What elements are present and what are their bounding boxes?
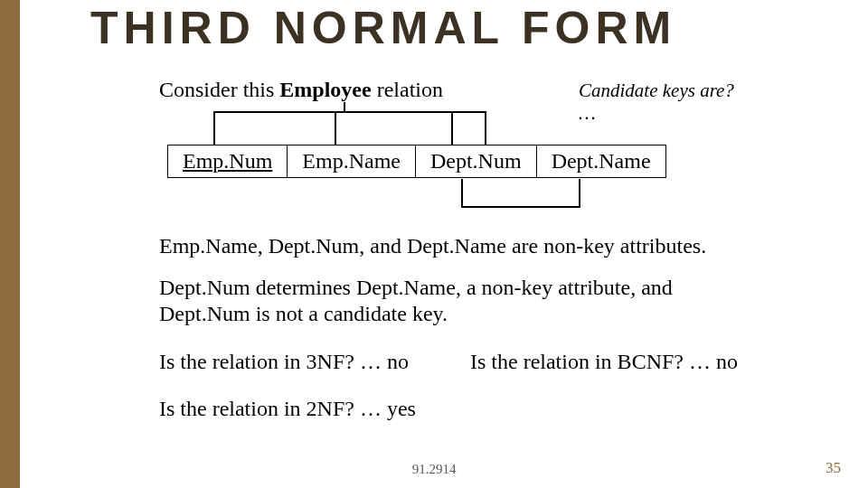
fd-bottom-left: [461, 179, 463, 206]
col-deptname: Dept.Name: [536, 145, 665, 178]
fd-bottom-right: [579, 179, 580, 208]
q-3nf: Is the relation in 3NF? … no: [159, 349, 409, 375]
intro-prefix: Consider this: [159, 78, 279, 101]
determines-line: Dept.Num determines Dept.Name, a non-key…: [159, 275, 756, 328]
fd-bottom-horizontal: [461, 206, 579, 208]
fd-top-drop-4: [485, 111, 486, 145]
col-empname: Emp.Name: [288, 145, 416, 178]
candidate-note: Candidate keys are? …: [579, 80, 741, 125]
fd-top-stem: [344, 102, 345, 113]
footer-course-code: 91.2914: [0, 462, 868, 477]
intro-line: Consider this Employee relation: [159, 78, 443, 102]
nonkey-line: Emp.Name, Dept.Num, and Dept.Name are no…: [159, 233, 706, 259]
fd-top-horizontal: [213, 111, 485, 113]
q-bcnf: Is the relation in BCNF? … no: [470, 349, 738, 375]
schema-table: Emp.Num Emp.Name Dept.Num Dept.Name: [167, 145, 666, 178]
intro-bold: Employee: [279, 78, 371, 101]
col-deptnum: Dept.Num: [415, 145, 536, 178]
intro-suffix: relation: [372, 78, 443, 101]
q-2nf: Is the relation in 2NF? … yes: [159, 396, 416, 422]
fd-top-drop-2: [335, 111, 336, 145]
fd-top-drop-1: [213, 111, 215, 145]
fd-top-drop-3: [451, 111, 453, 145]
col-empnum: Emp.Num: [168, 145, 288, 178]
slide-title: THIRD NORMAL FORM: [90, 2, 676, 54]
col-empnum-label: Emp.Num: [183, 149, 272, 173]
footer-page-number: 35: [826, 459, 841, 477]
accent-bar: [0, 0, 20, 488]
